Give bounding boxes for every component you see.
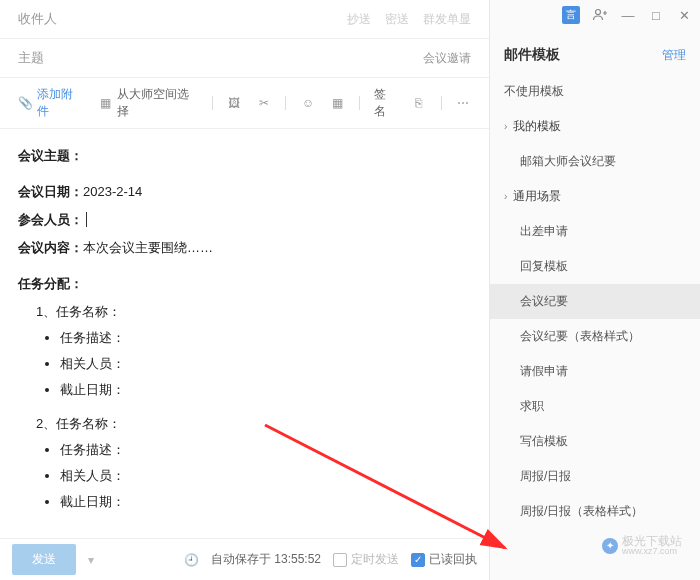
checkbox-checked-icon: ✓ [411,553,425,567]
template-item[interactable]: 求职 [490,389,700,424]
chevron-down-icon: › [504,121,507,132]
task2-people: 相关人员： [60,463,471,489]
table-icon[interactable]: ▦ [330,95,345,111]
template-item[interactable]: 周报/日报（表格样式） [490,494,700,529]
emoji-icon[interactable]: ☺ [300,95,315,111]
task2-title: 2、任务名称： [36,411,471,437]
task1-deadline: 截止日期： [60,377,471,403]
task1-title: 1、任务名称： [36,299,471,325]
template-item[interactable]: 出差申请 [490,214,700,249]
bcc-link[interactable]: 密送 [385,11,409,28]
email-body[interactable]: 会议主题： 会议日期：2023-2-14 参会人员： 会议内容：本次会议主要围绕… [0,129,489,538]
signature-button[interactable]: 签名 [374,86,397,120]
template-item[interactable]: 写信模板 [490,424,700,459]
format-icon[interactable]: ⎘ [411,95,426,111]
meeting-topic-label: 会议主题： [18,148,83,163]
task1-desc: 任务描述： [60,325,471,351]
cc-link[interactable]: 抄送 [347,11,371,28]
attendees-label: 参会人员： [18,212,83,227]
read-receipt-toggle[interactable]: ✓ 已读回执 [411,551,477,568]
svg-point-0 [596,10,601,15]
history-icon[interactable]: 🕘 [184,553,199,567]
mass-send-link[interactable]: 群发单显 [423,11,471,28]
template-item[interactable]: 会议纪要（表格样式） [490,319,700,354]
task2-desc: 任务描述： [60,437,471,463]
meeting-date-label: 会议日期： [18,184,83,199]
meeting-invite-link[interactable]: 会议邀请 [423,50,471,67]
template-panel-title: 邮件模板 [504,46,560,64]
checkbox-unchecked-icon [333,553,347,567]
subject-label[interactable]: 主题 [18,49,44,67]
image-icon[interactable]: 🖼 [227,95,242,111]
paperclip-icon: 📎 [18,95,33,111]
manage-link[interactable]: 管理 [662,47,686,64]
recipient-label[interactable]: 收件人 [18,10,57,28]
app-icon[interactable]: 言 [562,6,580,24]
meeting-content-label: 会议内容： [18,240,83,255]
scheduled-send-toggle[interactable]: 定时发送 [333,551,399,568]
common-scenes-cat[interactable]: › 通用场景 [490,179,700,214]
contact-icon[interactable] [592,7,608,23]
task2-deadline: 截止日期： [60,489,471,515]
maximize-icon[interactable]: □ [648,7,664,23]
autosave-text: 自动保存于 13:55:52 [211,551,321,568]
template-item[interactable]: 请假申请 [490,354,700,389]
template-item[interactable]: 回复模板 [490,249,700,284]
task-alloc-label: 任务分配： [18,276,83,291]
minimize-icon[interactable]: — [620,7,636,23]
cloud-icon: ▦ [97,95,112,111]
close-icon[interactable]: ✕ [676,7,692,23]
dropdown-icon[interactable]: ▾ [88,553,94,567]
meeting-content-value: 本次会议主要围绕…… [83,240,213,255]
send-button[interactable]: 发送 [12,544,76,575]
task1-people: 相关人员： [60,351,471,377]
no-template-item[interactable]: 不使用模板 [490,74,700,109]
screenshot-icon[interactable]: ✂ [256,95,271,111]
my-templates-cat[interactable]: › 我的模板 [490,109,700,144]
meeting-date-value: 2023-2-14 [83,184,142,199]
attach-button[interactable]: 📎 添加附件 [18,86,83,120]
template-item[interactable]: 周报/日报 [490,459,700,494]
more-icon[interactable]: ⋯ [456,95,471,111]
chevron-down-icon: › [504,191,507,202]
template-item-active[interactable]: 会议纪要 [490,284,700,319]
text-cursor [86,212,87,227]
template-item[interactable]: 邮箱大师会议纪要 [490,144,700,179]
from-master-space-button[interactable]: ▦ 从大师空间选择 [97,86,197,120]
